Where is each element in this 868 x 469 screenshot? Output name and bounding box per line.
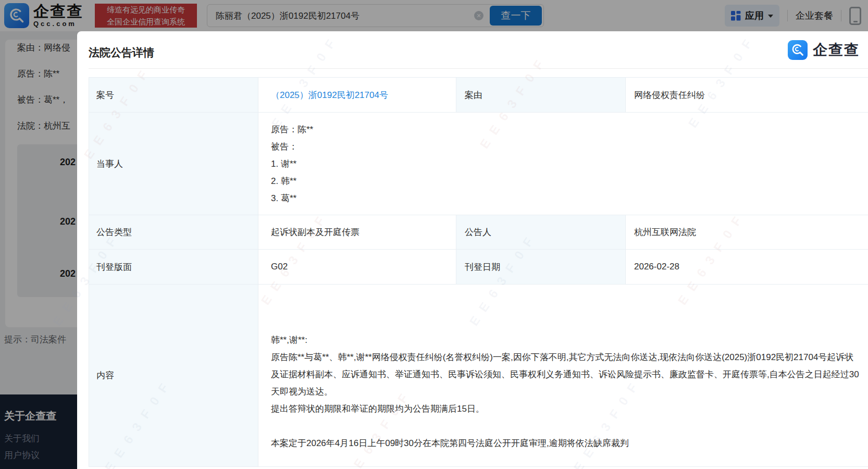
announcer-value: 杭州互联网法院 <box>626 215 868 250</box>
case-no-label: 案号 <box>89 78 258 113</box>
modal-brand-name: 企查查 <box>813 40 860 60</box>
case-no-link[interactable]: （2025）浙0192民初21704号 <box>271 89 388 101</box>
modal-brand: 企查查 <box>788 40 860 60</box>
party-line: 1. 谢** <box>271 155 296 172</box>
cause-label: 案由 <box>456 78 626 113</box>
content-line: 韩**,谢**: <box>271 331 860 349</box>
page-label: 刊登版面 <box>89 250 258 285</box>
content-line: 原告陈**与葛**、韩**,谢**网络侵权责任纠纷(名誉权纠纷)一案,因你下落不… <box>271 349 860 400</box>
notice-type-value: 起诉状副本及开庭传票 <box>258 215 456 250</box>
notice-type-label: 公告类型 <box>89 215 258 250</box>
modal-divider <box>89 68 868 69</box>
content-label: 内容 <box>89 285 258 467</box>
party-line: 3. 葛** <box>271 190 296 207</box>
modal-title: 法院公告详情 <box>89 45 154 60</box>
party-value: 原告：陈** 被告： 1. 谢** 2. 韩** 3. 葛** <box>258 113 868 215</box>
content-value: 韩**,谢**: 原告陈**与葛**、韩**,谢**网络侵权责任纠纷(名誉权纠纷… <box>258 285 868 467</box>
page-value: G02 <box>258 250 456 285</box>
date-label: 刊登日期 <box>456 250 626 285</box>
content-line <box>271 417 860 435</box>
court-announcement-modal: 法院公告详情 企查查 案号 （2025）浙0192民初21704号 案由 网络侵… <box>77 31 868 469</box>
content-line: 本案定于2026年4月16日上午09时30分在本院第四号法庭公开开庭审理,逾期将… <box>271 435 860 452</box>
qcc-logo-icon <box>788 40 808 60</box>
announcer-label: 公告人 <box>456 215 626 250</box>
party-line: 原告：陈** <box>271 121 313 138</box>
announcement-table: 案号 （2025）浙0192民初21704号 案由 网络侵权责任纠纷 当事人 原… <box>89 77 868 467</box>
date-value: 2026-02-28 <box>626 250 868 285</box>
page: 企查查 Qcc.com 缔造有远见的商业传奇 全国企业信用查询系统 查一下 应用 <box>0 0 868 469</box>
party-line: 被告： <box>271 138 297 155</box>
magnifier-c-glyph <box>790 43 805 57</box>
party-label: 当事人 <box>89 113 258 215</box>
case-no-value: （2025）浙0192民初21704号 <box>258 78 456 113</box>
cause-value: 网络侵权责任纠纷 <box>626 78 868 113</box>
content-line: 提出答辩状的期限和举证的期限均为公告期满后15日。 <box>271 400 860 417</box>
party-line: 2. 韩** <box>271 172 296 190</box>
